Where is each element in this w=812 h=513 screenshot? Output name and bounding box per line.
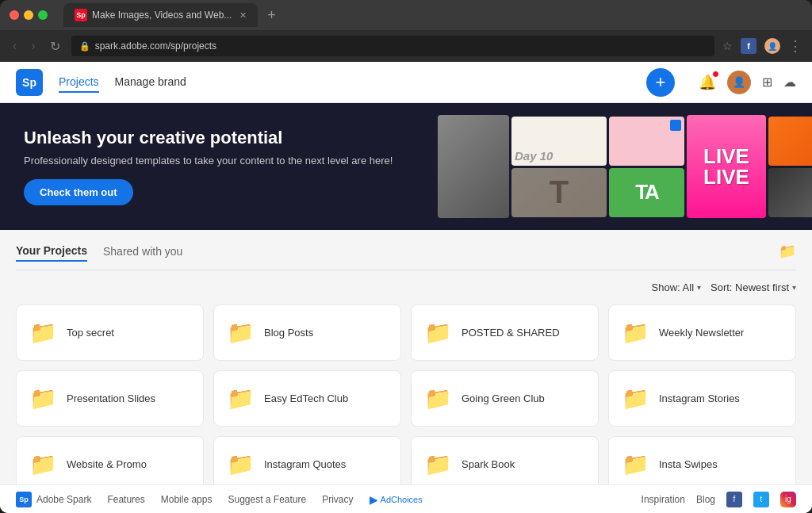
folder-icon-4: 📁: [29, 385, 57, 412]
refresh-button[interactable]: ↻: [47, 36, 63, 57]
twitter-icon[interactable]: t: [753, 492, 769, 507]
maximize-dot[interactable]: [38, 10, 48, 20]
nav-projects[interactable]: Projects: [59, 72, 99, 93]
folder-icon-1: 📁: [227, 320, 255, 346]
project-name-0: Top secret: [67, 327, 114, 339]
hero-banner: Unleash your creative potential Professi…: [0, 103, 812, 230]
footer-inspiration-link[interactable]: Inspiration: [642, 494, 685, 505]
project-name-9: Instagram Quotes: [264, 458, 346, 470]
projects-section: Your Projects Shared with you 📁 Show: Al…: [0, 230, 812, 484]
project-name-4: Presentation Slides: [67, 392, 155, 404]
project-name-2: POSTED & SHARED: [462, 327, 560, 339]
folder-icon-2: 📁: [424, 320, 452, 346]
footer-spark-logo-icon: Sp: [16, 492, 32, 507]
app-footer: Sp Adobe Spark Features Mobile apps Sugg…: [0, 484, 812, 513]
project-card-5[interactable]: 📁 Easy EdTech Club: [213, 370, 401, 427]
project-name-7: Instagram Stories: [659, 392, 740, 404]
folder-icon-0: 📁: [29, 320, 57, 346]
project-card-8[interactable]: 📁 Website & Promo: [16, 436, 204, 484]
folder-icon-11: 📁: [622, 451, 649, 477]
security-icon: 🔒: [79, 41, 90, 52]
project-card-0[interactable]: 📁 Top secret: [16, 304, 204, 361]
folder-icon-3: 📁: [622, 320, 649, 346]
footer-privacy-link[interactable]: Privacy: [322, 494, 353, 505]
notification-button[interactable]: 🔔: [699, 74, 716, 91]
close-dot[interactable]: [10, 10, 19, 20]
extension-icon-fb[interactable]: f: [741, 38, 756, 54]
show-filter-chevron: ▾: [697, 283, 701, 292]
show-filter[interactable]: Show: All ▾: [652, 281, 701, 293]
addressbar-right: ☆ f 👤 ⋮: [722, 37, 802, 55]
footer-features-link[interactable]: Features: [107, 494, 144, 505]
tab-title: Make Images, Videos and Web...: [92, 10, 232, 21]
project-card-9[interactable]: 📁 Instagram Quotes: [213, 436, 401, 484]
url-text: spark.adobe.com/sp/projects: [95, 40, 216, 52]
project-card-11[interactable]: 📁 Insta Swipes: [608, 436, 796, 484]
browser-window: Sp Make Images, Videos and Web... ✕ + ‹ …: [0, 0, 812, 513]
page-content: Sp Projects Manage brand + 🔔 👤 ⊞ ☁: [0, 62, 812, 513]
project-name-6: Going Green Club: [462, 392, 545, 404]
footer-logo: Sp Adobe Spark: [16, 492, 91, 507]
header-right: 🔔 👤 ⊞ ☁: [699, 71, 796, 94]
folder-icon-6: 📁: [424, 385, 452, 412]
tab-close-button[interactable]: ✕: [239, 10, 247, 21]
hero-text: Unleash your creative potential Professi…: [0, 104, 812, 229]
new-tab-button[interactable]: +: [267, 7, 276, 24]
nav-manage-brand[interactable]: Manage brand: [115, 72, 186, 93]
tab-your-projects[interactable]: Your Projects: [16, 241, 87, 262]
browser-titlebar: Sp Make Images, Videos and Web... ✕ +: [0, 0, 812, 30]
project-card-3[interactable]: 📁 Weekly Newsletter: [608, 304, 796, 361]
projects-grid: 📁 Top secret 📁 Blog Posts 📁 POSTED & SHA…: [16, 304, 796, 484]
folder-icon-7: 📁: [622, 385, 649, 412]
browser-tab[interactable]: Sp Make Images, Videos and Web... ✕: [63, 3, 258, 27]
bookmark-icon[interactable]: ☆: [722, 40, 733, 52]
folder-icon-10: 📁: [424, 451, 452, 477]
cloud-icon[interactable]: ☁: [783, 75, 796, 90]
browser-menu-button[interactable]: ⋮: [788, 37, 802, 55]
forward-button[interactable]: ›: [28, 36, 38, 56]
add-project-button[interactable]: +: [646, 68, 675, 97]
footer-blog-link[interactable]: Blog: [696, 494, 715, 505]
project-card-2[interactable]: 📁 POSTED & SHARED: [411, 304, 599, 361]
projects-tabs: Your Projects Shared with you 📁: [16, 230, 796, 270]
hero-subtitle: Professionally designed templates to tak…: [24, 155, 788, 167]
project-card-10[interactable]: 📁 Spark Book: [411, 436, 599, 484]
notification-badge: [712, 71, 719, 78]
project-name-1: Blog Posts: [264, 327, 313, 339]
project-card-6[interactable]: 📁 Going Green Club: [411, 370, 599, 427]
extension-icon-user[interactable]: 👤: [764, 38, 780, 54]
app-header: Sp Projects Manage brand + 🔔 👤 ⊞ ☁: [0, 62, 812, 103]
back-button[interactable]: ‹: [10, 36, 20, 56]
sort-filter[interactable]: Sort: Newest first ▾: [710, 281, 796, 293]
sort-filter-chevron: ▾: [792, 283, 796, 292]
folder-icon-9: 📁: [227, 451, 255, 477]
browser-addressbar: ‹ › ↻ 🔒 spark.adobe.com/sp/projects ☆ f …: [0, 30, 812, 62]
folder-icon-5: 📁: [227, 385, 255, 412]
tab-favicon: Sp: [75, 9, 87, 21]
hero-title: Unleash your creative potential: [24, 128, 788, 148]
spark-logo: Sp: [16, 69, 43, 96]
address-bar[interactable]: 🔒 spark.adobe.com/sp/projects: [71, 36, 714, 56]
hero-cta-button[interactable]: Check them out: [24, 179, 133, 205]
instagram-icon[interactable]: ig: [780, 492, 796, 507]
facebook-icon[interactable]: f: [726, 492, 742, 507]
footer-adchoices-link[interactable]: ▶ AdChoices: [370, 493, 423, 506]
project-card-4[interactable]: 📁 Presentation Slides: [16, 370, 204, 427]
folder-icon-8: 📁: [29, 451, 57, 477]
tabs-right: 📁: [779, 243, 796, 260]
minimize-dot[interactable]: [24, 10, 33, 20]
tab-shared-with-you[interactable]: Shared with you: [103, 245, 182, 258]
project-name-5: Easy EdTech Club: [264, 392, 348, 404]
project-name-11: Insta Swipes: [659, 458, 718, 470]
project-card-7[interactable]: 📁 Instagram Stories: [608, 370, 796, 427]
folder-view-button[interactable]: 📁: [779, 243, 796, 260]
grid-icon[interactable]: ⊞: [762, 75, 772, 90]
avatar[interactable]: 👤: [727, 71, 751, 94]
footer-mobile-link[interactable]: Mobile apps: [161, 494, 213, 505]
footer-app-name[interactable]: Adobe Spark: [36, 494, 91, 505]
footer-suggest-link[interactable]: Suggest a Feature: [228, 494, 306, 505]
filters-row: Show: All ▾ Sort: Newest first ▾: [16, 281, 796, 293]
project-name-3: Weekly Newsletter: [659, 327, 744, 339]
app-nav: Projects Manage brand: [59, 72, 630, 93]
project-card-1[interactable]: 📁 Blog Posts: [213, 304, 401, 361]
